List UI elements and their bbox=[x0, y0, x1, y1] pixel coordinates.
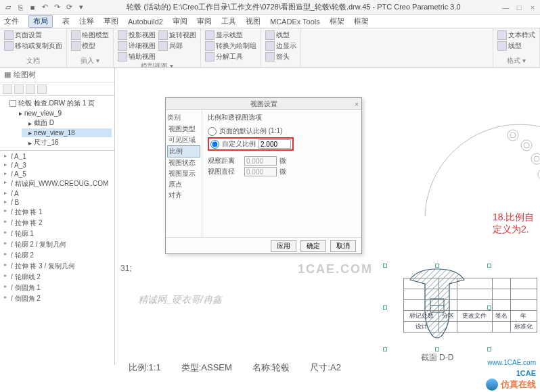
handle-sw[interactable] bbox=[383, 347, 387, 351]
undo-icon[interactable]: ↶ bbox=[39, 2, 50, 13]
handle-ne[interactable] bbox=[487, 264, 491, 268]
explode-button[interactable]: 分解工具 bbox=[205, 51, 243, 62]
tab-sketch[interactable]: 草图 bbox=[104, 16, 118, 26]
tab-table[interactable]: 表 bbox=[62, 16, 70, 26]
tree-item-section[interactable]: ▸ 截面 D bbox=[22, 118, 112, 128]
list-item[interactable]: / 拉伸 将 1 bbox=[1, 207, 113, 218]
edge-display-button[interactable]: 边显示 bbox=[265, 41, 296, 51]
radio-default[interactable] bbox=[208, 127, 217, 136]
page-icon bbox=[9, 100, 16, 107]
category-list: 类别 视图类型 可见区域 比例 视图状态 视图显示 原点 对齐 bbox=[166, 110, 202, 237]
radio-custom[interactable] bbox=[210, 140, 219, 149]
distance-input[interactable] bbox=[244, 156, 277, 166]
tree-root[interactable]: 轮毂 检查.DRW 的第 1 页 bbox=[3, 98, 112, 109]
list-item[interactable]: / 拉伸 将 3 / 复制几何 bbox=[1, 261, 113, 272]
tab-file[interactable]: 文件 bbox=[4, 16, 19, 26]
svg-point-0 bbox=[508, 130, 518, 141]
cancel-button[interactable]: 取消 bbox=[330, 240, 356, 252]
aux-view-button[interactable]: 辅助视图 bbox=[118, 51, 156, 62]
drawing-tree[interactable]: 轮毂 检查.DRW 的第 1 页 ▸ new_view_9 ▸ 截面 D ▸ n… bbox=[0, 96, 114, 150]
projection-view-button[interactable]: 投影视图 bbox=[118, 30, 156, 40]
model-tree[interactable]: / A_1 / A_3 / A_5 / 精诚网_WWW.CREOUG..COM … bbox=[0, 150, 114, 365]
quick-access-toolbar: ▱ ⎘ ■ ↶ ↷ ⟳ ▾ bbox=[3, 2, 87, 13]
drawing-model-button[interactable]: 绘图模型 bbox=[71, 30, 109, 40]
proj-icon bbox=[118, 30, 127, 40]
category-item[interactable]: 可见区域 bbox=[167, 134, 200, 145]
partial-view-button[interactable]: 局部 bbox=[158, 41, 196, 51]
arrows-button[interactable]: 箭头 bbox=[265, 51, 290, 62]
dialog-close-icon[interactable]: × bbox=[355, 99, 359, 111]
list-item[interactable]: / A_5 bbox=[1, 170, 113, 178]
rotate-view-button[interactable]: 旋转视图 bbox=[158, 30, 196, 40]
category-item[interactable]: 对齐 bbox=[167, 190, 200, 201]
move-copy-page-button[interactable]: 移动或复制页面 bbox=[4, 41, 62, 51]
list-item[interactable]: / B bbox=[1, 198, 113, 207]
redo-icon[interactable]: ↷ bbox=[51, 2, 62, 13]
detail-view-button[interactable]: 详细视图 bbox=[118, 41, 156, 51]
tree-item-view9[interactable]: ▸ new_view_9 bbox=[12, 109, 112, 118]
text-style-button[interactable]: 文本样式 bbox=[497, 30, 535, 40]
tree-item-view18[interactable]: ▸ new_view_18 bbox=[22, 128, 112, 137]
save-icon[interactable]: ■ bbox=[27, 2, 38, 13]
maximize-icon[interactable]: □ bbox=[514, 3, 524, 11]
tab-tools[interactable]: 工具 bbox=[221, 16, 236, 26]
handle-s[interactable] bbox=[435, 347, 439, 351]
custom-scale-input[interactable] bbox=[258, 139, 291, 149]
tree-item-dim[interactable]: ▸ 尺寸_16 bbox=[22, 137, 112, 148]
open-icon[interactable]: ⎘ bbox=[15, 2, 26, 13]
list-item[interactable]: / 轮廓 2 / 复制几何 bbox=[1, 239, 113, 250]
close-icon[interactable]: × bbox=[528, 3, 537, 11]
group-icon bbox=[205, 41, 215, 51]
handle-se[interactable] bbox=[487, 347, 491, 351]
globe-icon bbox=[486, 378, 498, 391]
list-item[interactable]: / 倒圆角 1 bbox=[1, 283, 113, 293]
category-item[interactable]: 视图状态 bbox=[167, 157, 200, 168]
list-item[interactable]: / 拉伸 将 2 bbox=[1, 218, 113, 228]
tab-autobuild[interactable]: Autobuild2 bbox=[128, 18, 163, 26]
new-icon[interactable]: ▱ bbox=[3, 2, 14, 13]
category-item-scale[interactable]: 比例 bbox=[167, 145, 200, 157]
list-item[interactable]: / A_1 bbox=[1, 152, 113, 161]
left-panel: ▦绘图树 轮毂 检查.DRW 的第 1 页 ▸ new_view_9 ▸ 截面 … bbox=[0, 68, 115, 365]
tab-layout[interactable]: 布局 bbox=[28, 15, 53, 28]
category-item[interactable]: 原点 bbox=[167, 179, 200, 190]
tab-mcadex[interactable]: MCADEx Tools bbox=[270, 18, 320, 26]
tab-frame2[interactable]: 框架 bbox=[354, 16, 369, 26]
list-item[interactable]: / A bbox=[1, 189, 113, 198]
list-item[interactable]: / 轮廓线 2 bbox=[1, 272, 113, 283]
page-setup-button[interactable]: 页面设置 bbox=[4, 30, 42, 40]
status-type: 类型:ASSEM bbox=[181, 362, 232, 374]
diameter-input[interactable] bbox=[244, 167, 277, 176]
tree-tool-3[interactable] bbox=[26, 84, 35, 94]
tab-review1[interactable]: 审阅 bbox=[173, 16, 187, 26]
windows-icon[interactable]: ▾ bbox=[76, 2, 87, 13]
tab-frame1[interactable]: 框架 bbox=[330, 16, 344, 26]
regenerate-icon[interactable]: ⟳ bbox=[64, 2, 74, 13]
list-item[interactable]: / 倒圆角 2 bbox=[1, 293, 113, 304]
handle-w[interactable] bbox=[383, 305, 387, 310]
handle-nw[interactable] bbox=[383, 264, 387, 268]
tab-annotate[interactable]: 注释 bbox=[79, 16, 94, 26]
dialog-title[interactable]: 视图设置 × bbox=[166, 98, 361, 110]
handle-n[interactable] bbox=[435, 264, 439, 268]
tab-view[interactable]: 视图 bbox=[246, 16, 261, 26]
convert-group-button[interactable]: 转换为绘制组 bbox=[205, 41, 256, 51]
list-item[interactable]: / 精诚网_WWW.CREOUG..COM bbox=[1, 178, 113, 189]
minimize-icon[interactable]: — bbox=[501, 3, 510, 11]
line-style-button[interactable]: 线型 bbox=[497, 41, 522, 51]
list-item[interactable]: / 轮廓 2 bbox=[1, 250, 113, 261]
linetype-button[interactable]: 线型 bbox=[265, 30, 290, 40]
default-scale-radio[interactable]: 页面的默认比例 (1:1) bbox=[208, 126, 356, 136]
category-item[interactable]: 视图类型 bbox=[167, 124, 200, 134]
linestyle-button[interactable]: 显示线型 bbox=[205, 30, 243, 40]
list-item[interactable]: / A_3 bbox=[1, 161, 113, 170]
category-item[interactable]: 视图显示 bbox=[167, 168, 200, 179]
model-button[interactable]: 模型 bbox=[71, 41, 109, 51]
list-item[interactable]: / 轮廓 1 bbox=[1, 228, 113, 239]
tree-tool-2[interactable] bbox=[14, 84, 24, 94]
tree-tool-1[interactable] bbox=[3, 84, 12, 94]
tab-review2[interactable]: 审阅 bbox=[197, 16, 212, 26]
apply-button[interactable]: 应用 bbox=[271, 240, 296, 252]
tree-tool-4[interactable] bbox=[37, 84, 47, 94]
ok-button[interactable]: 确定 bbox=[300, 240, 326, 252]
